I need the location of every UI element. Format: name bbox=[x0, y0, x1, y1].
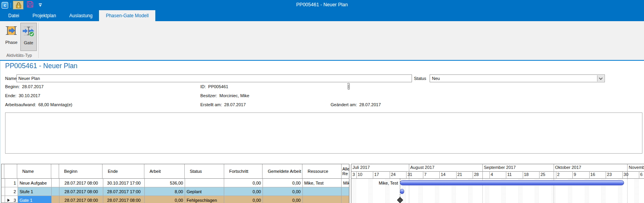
cell-name[interactable]: Neue Aufgabe bbox=[18, 179, 52, 187]
gate-button[interactable]: Gate bbox=[20, 23, 37, 51]
field-erstellt-am: Erstellt am:28.07.2017 bbox=[200, 102, 246, 107]
cell-icon[interactable] bbox=[52, 179, 59, 187]
plan-detail-form: PP005461 - Neuer Plan Name Status Neu Be… bbox=[0, 61, 644, 164]
window-left-border bbox=[0, 61, 0, 203]
field-label: Besitzer: bbox=[200, 93, 217, 98]
cell-alle[interactable] bbox=[342, 187, 349, 196]
title-bar: PP005461 - Neuer Plan c 1 bbox=[0, 0, 644, 10]
column-header-ende[interactable]: Ende bbox=[103, 164, 144, 178]
cell-alle[interactable] bbox=[342, 196, 349, 203]
column-header-fortschritt[interactable]: Fortschritt bbox=[224, 164, 263, 178]
cell-status[interactable]: Fehlgeschlagen bbox=[185, 196, 225, 203]
table-row-3[interactable]: 3Gate 128.07.2017 08:0028.07.2017 08:000… bbox=[2, 196, 349, 203]
ribbon-tab-bar: DateiProjektplanAuslastungPhasen-Gate Mo… bbox=[0, 10, 644, 21]
cell-beginn[interactable]: 28.07.2017 08:00 bbox=[59, 187, 103, 196]
gantt-task-bar[interactable] bbox=[400, 180, 624, 185]
cell-ressource[interactable] bbox=[303, 187, 342, 196]
cell-fortschritt[interactable]: 0,00 bbox=[224, 187, 263, 196]
tab-phasen-gate-modell[interactable]: Phasen-Gate Modell bbox=[99, 10, 155, 21]
cell-strip[interactable] bbox=[2, 179, 5, 187]
tab-auslastung[interactable]: Auslastung bbox=[63, 10, 99, 21]
cell-num[interactable]: 1 bbox=[5, 179, 18, 187]
cell-beginn[interactable]: 28.07.2017 08:00 bbox=[59, 196, 103, 203]
cell-ressource[interactable]: Mike, Test bbox=[303, 179, 342, 187]
field-ge-ndert-am: Geändert am:28.07.2017 bbox=[331, 102, 381, 107]
cell-ende[interactable]: 28.07.2017 17:00 bbox=[103, 187, 145, 196]
cell-ende[interactable]: 30.10.2017 17:00 bbox=[103, 179, 145, 187]
cell-status[interactable]: Geplant bbox=[185, 187, 225, 196]
week-tick bbox=[606, 171, 606, 178]
cell-name[interactable]: Gate 1 bbox=[18, 196, 52, 203]
column-header-beginn[interactable]: Beginn bbox=[59, 164, 103, 178]
cell-arbeit[interactable]: 0,00 bbox=[145, 196, 185, 203]
column-header-arbeit[interactable]: Arbeit bbox=[144, 164, 185, 178]
table-row-2[interactable]: 2Stufe 128.07.2017 08:0028.07.2017 17:00… bbox=[2, 187, 349, 196]
gantt-header-bottom bbox=[351, 178, 644, 179]
field-id: ID:PP005461 bbox=[200, 84, 228, 89]
cell-beginn[interactable]: 28.07.2017 08:00 bbox=[59, 179, 103, 187]
lock-button[interactable]: 1 bbox=[13, 1, 23, 9]
week-tick bbox=[373, 171, 373, 178]
field-label: Geändert am: bbox=[331, 102, 357, 107]
column-header-ressource[interactable]: Ressource bbox=[302, 164, 342, 178]
week-tick bbox=[390, 171, 390, 178]
day-label: 25 bbox=[540, 172, 545, 177]
cell-arbeit[interactable]: 8,00 bbox=[145, 187, 185, 196]
column-header-num bbox=[4, 164, 17, 178]
cell-strip[interactable] bbox=[2, 187, 5, 196]
tab-projektplan[interactable]: Projektplan bbox=[26, 10, 63, 21]
name-input[interactable] bbox=[16, 74, 412, 82]
cell-num[interactable]: 2 bbox=[5, 187, 18, 196]
cell-gemeldete_arbeit[interactable]: 0,00 bbox=[263, 187, 303, 196]
phase-button[interactable]: Phase bbox=[3, 23, 20, 51]
table-row-1[interactable]: 1Neue Aufgabe28.07.2017 08:0030.10.2017 … bbox=[2, 179, 349, 187]
month-label: Juli 2017 bbox=[353, 165, 370, 170]
week-tick bbox=[539, 171, 540, 178]
cell-gemeldete_arbeit[interactable]: 0,00 bbox=[263, 196, 303, 203]
task-grid-rows: 1Neue Aufgabe28.07.2017 08:0030.10.2017 … bbox=[2, 179, 349, 203]
save-icon bbox=[26, 0, 34, 10]
cell-icon[interactable] bbox=[52, 196, 59, 203]
field-label: Ende: bbox=[5, 93, 16, 98]
cell-ressource[interactable] bbox=[303, 196, 342, 203]
cell-fortschritt[interactable]: 0,00 bbox=[224, 196, 263, 203]
app-logo[interactable]: c bbox=[2, 2, 8, 9]
cell-num[interactable]: 3 bbox=[5, 196, 18, 203]
status-dropdown[interactable]: Neu bbox=[430, 74, 605, 82]
cell-strip[interactable] bbox=[2, 196, 5, 203]
field-label: Arbeitsaufwand: bbox=[5, 102, 36, 107]
column-header-alle[interactable]: Alle Re bbox=[342, 164, 349, 178]
column-header-name[interactable]: Name bbox=[17, 164, 51, 178]
cell-icon[interactable] bbox=[52, 187, 59, 196]
gate-icon bbox=[22, 25, 35, 37]
save-button[interactable] bbox=[25, 1, 35, 9]
lock-badge: 1 bbox=[16, 5, 21, 8]
cell-arbeit[interactable]: 536,00 bbox=[145, 179, 185, 187]
paperclip-icon[interactable] bbox=[346, 82, 351, 93]
customize-quick-access-icon[interactable] bbox=[38, 4, 43, 7]
week-tick bbox=[489, 171, 490, 178]
column-header-gemeldete_arbeit[interactable]: Gemeldete Arbeit bbox=[263, 164, 302, 178]
field-label: Beginn: bbox=[5, 84, 20, 89]
column-header-strip bbox=[2, 164, 4, 178]
gantt-bar-label: Mike, Test bbox=[379, 181, 398, 185]
cell-name[interactable]: Stufe 1 bbox=[18, 187, 52, 196]
gantt-task-bar[interactable] bbox=[400, 189, 404, 194]
status-field-label: Status bbox=[414, 76, 426, 81]
column-header-status[interactable]: Status bbox=[185, 164, 224, 178]
tab-datei[interactable]: Datei bbox=[2, 10, 26, 21]
cell-fortschritt[interactable]: 0,00 bbox=[224, 179, 263, 187]
week-tick bbox=[406, 171, 407, 178]
cell-ende[interactable]: 28.07.2017 08:00 bbox=[103, 196, 145, 203]
cell-alle[interactable]: Mik bbox=[342, 179, 349, 187]
ribbon-button-label: Phase bbox=[5, 40, 17, 45]
description-textarea[interactable] bbox=[5, 112, 642, 154]
week-tick bbox=[523, 171, 523, 178]
cell-gemeldete_arbeit[interactable]: 0,00 bbox=[263, 179, 303, 187]
status-dropdown-button[interactable] bbox=[597, 75, 604, 82]
cell-status[interactable] bbox=[185, 179, 225, 187]
field-value: 68,00 Manntag(e) bbox=[38, 102, 72, 107]
current-row-icon bbox=[7, 199, 10, 202]
name-field-label: Name bbox=[5, 76, 16, 81]
week-tick bbox=[473, 171, 473, 178]
